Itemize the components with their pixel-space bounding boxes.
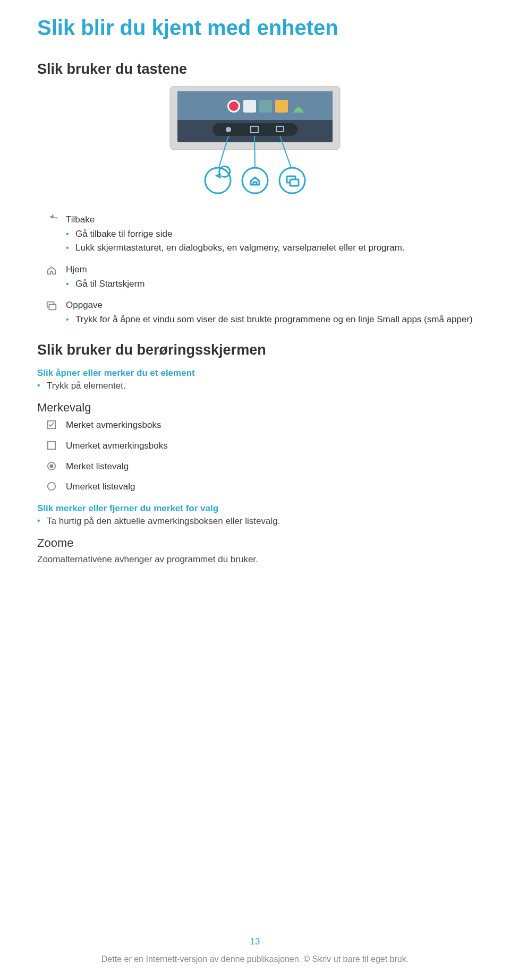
merke-label: Merket avmerkingsboks: [66, 419, 473, 432]
svg-rect-6: [259, 100, 272, 113]
task-icon: [37, 299, 66, 312]
merke-row-checked-radio: Merket listevalg: [37, 460, 473, 474]
svg-point-16: [242, 168, 268, 193]
zoome-text: Zoomalternativene avhenger av programmet…: [37, 554, 473, 565]
merke-label: Umerket avmerkingsboks: [66, 440, 473, 453]
footer-disclaimer: Dette er en Internett-versjon av denne p…: [0, 955, 510, 964]
svg-point-4: [229, 101, 239, 111]
svg-rect-8: [212, 123, 298, 136]
page-number: 13: [0, 936, 510, 947]
svg-point-15: [205, 168, 231, 193]
bullet-text: Trykk for å åpne et vindu som viser de s…: [75, 313, 473, 326]
page-footer: 13 Dette er en Internett-versjon av denn…: [0, 936, 510, 964]
merke-row-unchecked-box: Umerket avmerkingsboks: [37, 440, 473, 453]
key-row-back: Tilbake Gå tilbake til forrige side Lukk…: [37, 213, 473, 256]
key-label: Hjem: [66, 263, 473, 277]
bullet-text: Gå tilbake til forrige side: [75, 228, 473, 241]
checkbox-checked-icon: [37, 419, 66, 429]
subsection-open-element: Slik åpner eller merker du et element: [37, 368, 473, 379]
svg-rect-23: [48, 442, 55, 449]
merke-row-checked-box: Merket avmerkingsboks: [37, 419, 473, 432]
key-row-task: Oppgave Trykk for å åpne et vindu som vi…: [37, 299, 473, 327]
instruction-text: Trykk på elementet.: [47, 381, 473, 391]
svg-rect-19: [290, 179, 299, 186]
section-touch-heading: Slik bruker du berøringsskjermen: [37, 342, 473, 358]
merke-label: Umerket listevalg: [66, 480, 473, 494]
checkbox-unchecked-icon: [37, 440, 66, 450]
merke-label: Merket listevalg: [66, 460, 473, 474]
section-buttons-heading: Slik bruker du tastene: [37, 61, 473, 78]
bullet-text: Lukk skjermtastaturet, en dialogboks, en…: [75, 242, 473, 255]
key-row-home: Hjem Gå til Startskjerm: [37, 263, 473, 291]
page-title: Slik blir du kjent med enheten: [37, 16, 473, 40]
subsection-mark: Slik merker eller fjerner du merket for …: [37, 503, 473, 514]
zoome-heading: Zoome: [37, 536, 473, 550]
svg-point-9: [226, 127, 231, 132]
svg-point-26: [48, 483, 55, 490]
svg-line-13: [254, 136, 255, 171]
back-icon: [37, 213, 66, 226]
home-icon: [37, 263, 66, 276]
svg-rect-7: [275, 100, 288, 113]
svg-rect-21: [49, 304, 56, 310]
instruction-text: Ta hurtig på den aktuelle avmerkingsboks…: [47, 516, 473, 527]
svg-point-25: [49, 464, 53, 468]
key-label: Oppgave: [66, 299, 473, 312]
key-label: Tilbake: [66, 213, 473, 227]
radio-unchecked-icon: [37, 480, 66, 491]
tablet-illustration: [37, 86, 473, 197]
svg-rect-5: [243, 100, 256, 113]
bullet-text: Gå til Startskjerm: [75, 278, 473, 291]
radio-checked-icon: [37, 460, 66, 471]
merkevalg-heading: Merkevalg: [37, 401, 473, 415]
merke-row-unchecked-radio: Umerket listevalg: [37, 480, 473, 494]
